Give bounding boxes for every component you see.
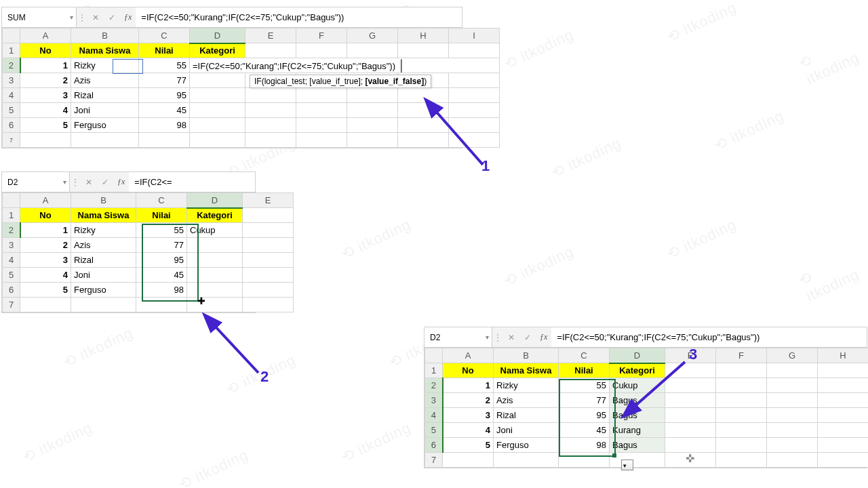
cell[interactable]: [187, 283, 243, 298]
cell[interactable]: [245, 43, 296, 58]
cell[interactable]: 5: [20, 118, 71, 133]
cell[interactable]: [245, 103, 296, 118]
row-header[interactable]: 3: [3, 238, 20, 253]
cell[interactable]: 5: [443, 438, 494, 453]
cell[interactable]: [559, 453, 610, 468]
cell[interactable]: Rizal: [71, 88, 139, 103]
cell[interactable]: [296, 118, 347, 133]
cell-editing[interactable]: =IF(C2<=50;"Kurang";IF(C2<=75;"Cukup";"B…: [190, 58, 500, 73]
cell[interactable]: 1: [20, 223, 71, 238]
cell[interactable]: [190, 103, 245, 118]
cell[interactable]: Nama Siswa: [494, 363, 559, 378]
cell[interactable]: 3: [20, 88, 71, 103]
row-header[interactable]: 7: [3, 298, 20, 312]
formula-input[interactable]: [136, 7, 462, 27]
cell[interactable]: Rizky: [71, 223, 136, 238]
cell[interactable]: [818, 438, 869, 453]
col-header[interactable]: C: [139, 28, 190, 43]
cell[interactable]: 45: [136, 268, 187, 283]
cell[interactable]: [243, 268, 294, 283]
col-header[interactable]: F: [716, 348, 767, 363]
cell[interactable]: [716, 438, 767, 453]
cell[interactable]: 1: [443, 378, 494, 393]
select-all-corner[interactable]: [3, 28, 20, 43]
cell[interactable]: 2: [20, 238, 71, 253]
row-header[interactable]: 5: [3, 103, 20, 118]
col-header[interactable]: A: [20, 193, 71, 208]
col-header[interactable]: C: [559, 348, 610, 363]
cell[interactable]: [187, 253, 243, 268]
cell[interactable]: 77: [139, 73, 190, 88]
cell[interactable]: 3: [20, 253, 71, 268]
cell[interactable]: Nama Siswa: [71, 43, 139, 58]
row-header[interactable]: 4: [3, 88, 20, 103]
cell[interactable]: [243, 253, 294, 268]
cell[interactable]: Cukup: [187, 223, 243, 238]
cell[interactable]: 2: [443, 393, 494, 408]
enter-button[interactable]: ✓: [97, 178, 113, 187]
cell[interactable]: 4: [443, 423, 494, 438]
cell[interactable]: [818, 423, 869, 438]
cell[interactable]: Joni: [71, 103, 139, 118]
cell[interactable]: [818, 378, 869, 393]
cell[interactable]: [449, 73, 500, 88]
cell[interactable]: No: [20, 208, 71, 223]
cell[interactable]: [190, 88, 245, 103]
cell[interactable]: Bagus: [610, 438, 665, 453]
cell[interactable]: No: [20, 43, 71, 58]
cell[interactable]: [296, 103, 347, 118]
cell[interactable]: Rizal: [71, 253, 136, 268]
cancel-button[interactable]: ✕: [503, 333, 519, 342]
cell[interactable]: 55: [136, 223, 187, 238]
cell[interactable]: 1: [20, 58, 71, 73]
col-header[interactable]: A: [443, 348, 494, 363]
cell[interactable]: [347, 43, 398, 58]
cell[interactable]: [243, 283, 294, 298]
cell[interactable]: 55: [139, 58, 190, 73]
cell[interactable]: [296, 88, 347, 103]
enter-button[interactable]: ✓: [104, 13, 120, 22]
col-header[interactable]: H: [398, 28, 449, 43]
row-header[interactable]: 5: [3, 268, 20, 283]
row-header[interactable]: 2: [425, 378, 443, 393]
row-header[interactable]: 6: [3, 118, 20, 133]
cell[interactable]: [716, 363, 767, 378]
row-header[interactable]: 5: [425, 423, 443, 438]
cell[interactable]: 77: [559, 393, 610, 408]
cell[interactable]: [190, 73, 245, 88]
col-header-selected[interactable]: D: [187, 193, 243, 208]
col-header[interactable]: E: [243, 193, 294, 208]
cell[interactable]: 98: [559, 438, 610, 453]
cell[interactable]: Nilai: [559, 363, 610, 378]
row-header-selected[interactable]: 2: [3, 58, 20, 73]
cell[interactable]: [398, 43, 449, 58]
col-header[interactable]: C: [136, 193, 187, 208]
col-header[interactable]: H: [818, 348, 869, 363]
cell[interactable]: 55: [559, 378, 610, 393]
name-box-input[interactable]: [7, 178, 64, 187]
cell[interactable]: Ferguso: [71, 118, 139, 133]
cell[interactable]: Joni: [71, 268, 136, 283]
cell[interactable]: [20, 298, 71, 312]
cell[interactable]: [767, 453, 818, 468]
chevron-down-icon[interactable]: ▾: [63, 178, 66, 186]
cell[interactable]: [449, 43, 500, 58]
cell[interactable]: [187, 238, 243, 253]
cell[interactable]: Ferguso: [71, 283, 136, 298]
cell[interactable]: [243, 208, 294, 223]
chevron-down-icon[interactable]: ▾: [70, 14, 73, 21]
fx-icon[interactable]: ƒx: [113, 177, 129, 187]
cell[interactable]: 4: [20, 268, 71, 283]
row-header[interactable]: 4: [425, 408, 443, 423]
cell[interactable]: [71, 298, 136, 312]
cell[interactable]: [347, 88, 398, 103]
row-header[interactable]: 6: [3, 283, 20, 298]
cell[interactable]: Nilai: [139, 43, 190, 58]
cell[interactable]: [818, 363, 869, 378]
formula-input[interactable]: [129, 172, 255, 192]
cell[interactable]: Rizky: [494, 378, 559, 393]
autofill-options-button[interactable]: ▾: [621, 460, 633, 470]
row-header[interactable]: 1: [425, 363, 443, 378]
name-box[interactable]: ▾: [2, 172, 70, 192]
col-header[interactable]: G: [347, 28, 398, 43]
